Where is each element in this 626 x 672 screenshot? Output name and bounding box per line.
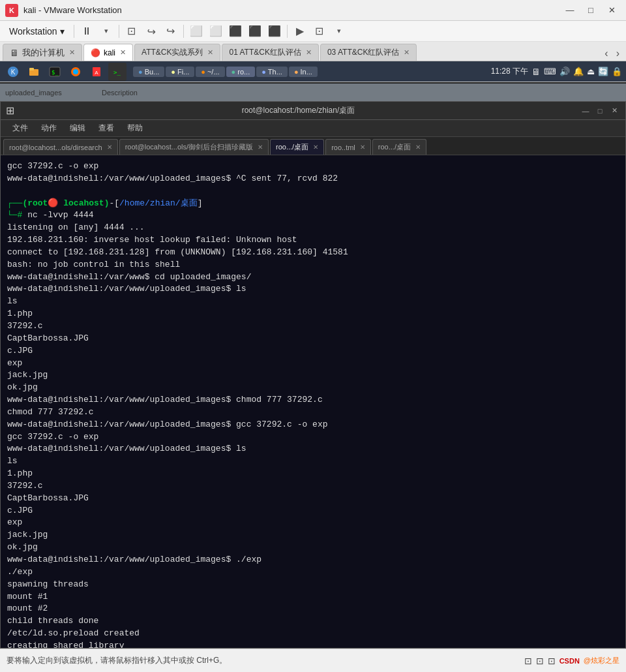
- line-bash: bash: no job control in this shell: [7, 259, 619, 271]
- line-www1: www-data@indishell:/var/www/uploaded_ima…: [7, 173, 619, 185]
- line-gcc2: www-data@indishell:/var/www/uploaded_ima…: [7, 419, 619, 431]
- terminal-icon[interactable]: $_: [46, 63, 64, 81]
- refresh-icon[interactable]: 🔄: [598, 67, 608, 76]
- view3-icon[interactable]: ⬛: [245, 22, 265, 40]
- console-icon[interactable]: ▶: [290, 22, 310, 40]
- browser-btn-bu[interactable]: ● Bu...: [133, 67, 164, 77]
- vm-tab-prev[interactable]: ‹: [601, 46, 612, 61]
- terminal-tab-5-close[interactable]: ✕: [415, 144, 421, 151]
- vm-tab-kali[interactable]: 🔴 kali ✕: [83, 44, 133, 61]
- vm-tab-attck2[interactable]: 01 ATT&CK红队评估 ✕: [222, 44, 318, 61]
- full-screen-icon[interactable]: ⬜: [186, 22, 206, 40]
- notification-icon[interactable]: 🔔: [573, 67, 584, 76]
- line-mount1: mount #1: [7, 591, 619, 603]
- workstation-menu[interactable]: Workstation ▾: [3, 23, 71, 39]
- line-capt2: CaptBarbossa.JPG: [7, 493, 619, 505]
- maximize-button[interactable]: □: [582, 3, 600, 18]
- view1-icon[interactable]: ⬜: [206, 22, 226, 40]
- vm-tab-home-close[interactable]: ✕: [69, 48, 75, 57]
- vm-tab-attck3-close[interactable]: ✕: [404, 48, 410, 57]
- terminal-tab-1-close[interactable]: ✕: [107, 144, 112, 151]
- lock-icon[interactable]: 🔒: [612, 67, 622, 76]
- stretch-icon[interactable]: ⊡: [310, 22, 329, 40]
- vm-tab-kali-label: kali: [104, 48, 115, 57]
- terminal2-icon[interactable]: >_: [108, 63, 127, 81]
- line-jack: jack.jpg: [7, 369, 619, 382]
- browser-btn-home[interactable]: ● ~/...: [196, 67, 224, 77]
- terminal-close[interactable]: ✕: [608, 106, 620, 116]
- line-nc: └─# nc -lvvp 4444: [7, 209, 619, 222]
- vm-tab-attck3[interactable]: 03 ATT&CK红队评估 ✕: [320, 44, 417, 61]
- text-editor-icon[interactable]: A: [87, 63, 106, 81]
- vm-tab-attck1-label: ATT&CK实战系列: [142, 47, 203, 58]
- kali-menu-icon[interactable]: K: [4, 63, 22, 81]
- snapshot2-icon[interactable]: ↪: [161, 22, 181, 40]
- pause-dropdown-icon[interactable]: ▾: [97, 22, 116, 40]
- line-ls2-echo: ls: [7, 455, 619, 468]
- stretch-dropdown-icon[interactable]: ▾: [329, 22, 349, 40]
- terminal-menu-view[interactable]: 查看: [92, 121, 121, 135]
- terminal-title: root@locahost:/home/zhian/桌面: [17, 105, 580, 116]
- firefox-icon[interactable]: [67, 63, 85, 81]
- svg-point-7: [73, 69, 78, 74]
- terminal-menu-file[interactable]: 文件: [6, 121, 35, 135]
- browser-btn-in[interactable]: ● In...: [289, 67, 318, 77]
- close-button[interactable]: ✕: [603, 3, 621, 18]
- line-connect: connect to [192.168.231.128] from (UNKNO…: [7, 247, 619, 259]
- status-icon-monitor[interactable]: ⊡: [524, 656, 532, 666]
- terminal-minimize[interactable]: —: [580, 106, 591, 116]
- status-icon-net[interactable]: ⊡: [536, 656, 544, 666]
- terminal-tab-4-close[interactable]: ✕: [360, 144, 365, 151]
- line-chmod-echo: chmod 777 37292.c: [7, 406, 619, 419]
- author-label: @炫彩之星: [584, 656, 619, 665]
- vm-tab-home[interactable]: 🖥 我的计算机 ✕: [3, 44, 82, 61]
- svg-text:K: K: [11, 69, 16, 76]
- vm-tab-attck1-close[interactable]: ✕: [207, 48, 213, 57]
- volume-icon[interactable]: 🔊: [559, 67, 570, 76]
- svg-rect-3: [29, 68, 34, 70]
- bg-hint: uploaded_images Description: [0, 84, 626, 101]
- line-prompt: ┌──(root🔴 locahost)-[/home/zhian/桌面]: [7, 198, 619, 210]
- terminal-menu-edit[interactable]: 编辑: [63, 121, 92, 135]
- vm-tab-kali-close[interactable]: ✕: [120, 48, 126, 57]
- terminal-tab-3-close[interactable]: ✕: [313, 144, 318, 151]
- line-creating: creating shared library: [7, 640, 619, 648]
- terminal-menu-action[interactable]: 动作: [35, 121, 63, 135]
- terminal-maximize[interactable]: □: [594, 106, 606, 116]
- vm-tab-attck1[interactable]: ATT&CK实战系列 ✕: [134, 44, 220, 61]
- pause-icon[interactable]: ⏸: [77, 22, 97, 40]
- terminal-drag-icon: ⊞: [6, 104, 14, 117]
- browser-btn-th[interactable]: ● Th...: [256, 67, 288, 77]
- vm-tab-attck2-close[interactable]: ✕: [306, 48, 312, 57]
- line-gcc-first: gcc 37292.c -o exp: [7, 160, 619, 173]
- csdn-label[interactable]: CSDN: [559, 657, 580, 665]
- file-manager-icon[interactable]: [25, 63, 43, 81]
- revert-icon[interactable]: ↩: [142, 22, 161, 40]
- status-icon-usb[interactable]: ⊡: [548, 656, 556, 666]
- view2-icon[interactable]: ⬛: [226, 22, 245, 40]
- sep3: [183, 25, 184, 38]
- view4-icon[interactable]: ⬛: [265, 22, 284, 40]
- eject-icon[interactable]: ⏏: [587, 67, 595, 76]
- line-ls2: www-data@indishell:/var/www/uploaded_ima…: [7, 443, 619, 455]
- clock-display: 11:28 下午: [491, 66, 528, 77]
- line-37292: 37292.c: [7, 320, 619, 333]
- terminal-tab-3[interactable]: roo.../桌面 ✕: [270, 139, 324, 155]
- browser-btn-ro[interactable]: ● ro...: [226, 67, 256, 77]
- terminal-tab-5[interactable]: roo.../桌面 ✕: [372, 139, 426, 155]
- terminal-tab-2-close[interactable]: ✕: [258, 144, 263, 151]
- terminal-tab-2[interactable]: root@locahost...ols/御剑后台扫描珍藏版 ✕: [119, 139, 269, 155]
- line-cjpg2: c.JPG: [7, 505, 619, 517]
- terminal-content[interactable]: gcc 37292.c -o exp www-data@indishell:/v…: [1, 155, 625, 648]
- terminal-menu-help[interactable]: 帮助: [121, 121, 149, 135]
- line-jack2: jack.jpg: [7, 529, 619, 542]
- vm-tab-next[interactable]: ›: [612, 46, 623, 61]
- terminal-tab-4[interactable]: roo..tml ✕: [325, 139, 371, 155]
- line-blank1: [7, 185, 619, 198]
- browser-btn-fi[interactable]: ● Fi...: [166, 67, 194, 77]
- minimize-button[interactable]: —: [561, 3, 579, 18]
- monitor-icon[interactable]: 🖥: [531, 67, 541, 77]
- terminal-tab-1[interactable]: root@locahost...ols/dirsearch ✕: [3, 139, 118, 155]
- snapshot-icon[interactable]: ⊡: [122, 22, 142, 40]
- keyboard-icon[interactable]: ⌨: [544, 67, 556, 76]
